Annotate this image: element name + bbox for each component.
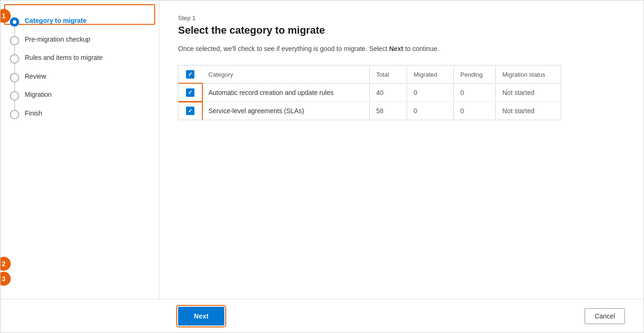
row1-pending: 0 (453, 84, 495, 101)
row1-total: 40 (369, 84, 407, 101)
row2-migrated: 0 (407, 102, 453, 119)
step-circle-review (10, 73, 19, 82)
row2-total: 58 (369, 102, 407, 119)
step-label-rules: Rules and items to migrate (25, 49, 103, 67)
annotation-3: 3 (0, 272, 11, 286)
step-item-category[interactable]: Category to migrate (10, 12, 150, 30)
step-circle-rules (10, 54, 19, 64)
step-number: Step 1 (178, 14, 625, 22)
header-status: Migration status (495, 66, 561, 83)
annotation-2: 2 (0, 257, 11, 271)
annotation-1: 1 (0, 9, 11, 23)
desc-text-1: Once selected, we'll check to see if eve… (178, 45, 389, 52)
content-area: Step 1 Select the category to migrate On… (159, 0, 644, 299)
migration-table: Category Total Migrated Pending Migratio… (178, 65, 561, 120)
step-item-premigration[interactable]: Pre-migration checkup (10, 30, 150, 49)
step-list: Category to migrate Pre-migration checku… (10, 12, 150, 123)
page-wrapper: 1 2 3 Category to migrate Pre-migrat (0, 0, 644, 333)
step-label-finish: Finish (25, 104, 42, 123)
step-label-premigration: Pre-migration checkup (25, 30, 90, 49)
next-button[interactable]: Next (178, 307, 224, 326)
footer: Next Cancel (0, 299, 644, 333)
table-row: Automatic record creation and update rul… (179, 84, 561, 102)
step-item-rules[interactable]: Rules and items to migrate (10, 49, 150, 67)
step-label-category: Category to migrate (25, 12, 86, 30)
row2-checkbox[interactable] (186, 107, 194, 115)
row1-check-col[interactable] (179, 84, 202, 101)
header-total: Total (369, 66, 407, 83)
header-category: Category (202, 66, 369, 83)
table-row: Service-level agreements (SLAs) 58 0 0 N… (179, 102, 561, 120)
step-description: Once selected, we'll check to see if eve… (178, 44, 625, 54)
step-circle-migration (10, 91, 19, 101)
step-circle-finish (10, 110, 19, 119)
row2-check-col[interactable] (179, 102, 202, 120)
row1-migrated: 0 (407, 84, 453, 101)
select-all-checkbox[interactable] (186, 70, 194, 79)
main-content: 1 2 3 Category to migrate Pre-migrat (0, 0, 644, 299)
step-item-migration[interactable]: Migration (10, 86, 150, 104)
row2-category: Service-level agreements (SLAs) (202, 102, 369, 119)
desc-bold: Next (389, 45, 403, 52)
step-label-review: Review (25, 67, 46, 86)
step-circle-premigration (10, 36, 19, 45)
header-pending: Pending (453, 66, 495, 83)
desc-text-2: to continue. (403, 45, 439, 52)
step-circle-category (10, 17, 19, 27)
row1-checkbox[interactable] (186, 88, 194, 97)
header-check-col[interactable] (179, 65, 202, 83)
row2-pending: 0 (453, 102, 495, 119)
row1-category: Automatic record creation and update rul… (202, 84, 369, 101)
step-title: Select the category to migrate (178, 24, 625, 36)
sidebar: 1 2 3 Category to migrate Pre-migrat (0, 0, 159, 299)
cancel-button[interactable]: Cancel (585, 308, 625, 324)
step-item-finish[interactable]: Finish (10, 104, 150, 123)
row2-status: Not started (495, 102, 561, 119)
step-item-review[interactable]: Review (10, 67, 150, 86)
row1-status: Not started (495, 84, 561, 101)
step-label-migration: Migration (25, 86, 52, 104)
header-migrated: Migrated (407, 66, 453, 83)
table-header: Category Total Migrated Pending Migratio… (179, 65, 561, 84)
